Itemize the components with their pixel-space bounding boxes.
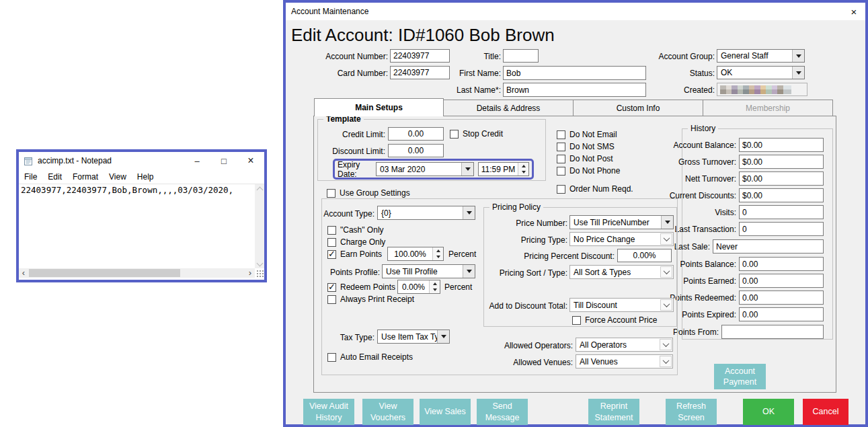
dropdown-arrow-icon[interactable]	[463, 206, 475, 219]
chevron-down-icon[interactable]	[660, 233, 672, 245]
scroll-left-icon[interactable]: ‹	[19, 268, 28, 278]
close-icon[interactable]: ×	[237, 152, 264, 169]
discount-limit-field[interactable]: 0.00	[388, 144, 444, 157]
do-not-email-checkbox[interactable]	[557, 130, 565, 139]
last-transaction-field[interactable]: 0	[739, 222, 824, 236]
notepad-content[interactable]: 22403977,22403977,Bob,Brown,,,,03/03/202…	[21, 185, 253, 195]
history-label: Gross Turnover:	[678, 157, 736, 167]
stop-credit-checkbox[interactable]	[450, 130, 459, 139]
charge-only-checkbox[interactable]	[327, 238, 336, 247]
cash-only-checkbox[interactable]	[327, 226, 336, 235]
points-expired-field[interactable]: 0.00	[739, 307, 824, 321]
time-spin-buttons[interactable]	[518, 163, 528, 176]
earn-points-row: Earn Points	[327, 249, 382, 260]
send-message-button[interactable]: Send Message	[477, 399, 528, 425]
reprint-statement-button[interactable]: Reprint Statement	[588, 399, 639, 425]
dropdown-arrow-icon[interactable]	[792, 50, 804, 62]
dropdown-arrow-icon[interactable]	[437, 330, 449, 343]
view-audit-history-button[interactable]: View Audit History	[303, 399, 354, 425]
redeem-points-spinner[interactable]: 0.00%	[397, 280, 440, 294]
status-dropdown[interactable]: OK	[717, 66, 805, 79]
last-sale-field[interactable]: Never	[713, 239, 824, 254]
scroll-down-icon[interactable]	[255, 259, 264, 268]
minimize-icon[interactable]: –	[184, 152, 210, 169]
spin-buttons[interactable]	[429, 280, 440, 293]
spin-buttons[interactable]	[432, 247, 443, 260]
allowed-venues-dropdown[interactable]: All Venues	[576, 354, 673, 368]
scroll-right-icon[interactable]: ›	[245, 268, 255, 278]
gross-turnover-field[interactable]: $0.00	[739, 155, 824, 169]
nett-turnover-field[interactable]: $0.00	[739, 171, 824, 186]
notepad-text-area[interactable]: 22403977,22403977,Bob,Brown,,,,03/03/202…	[19, 184, 264, 278]
expiry-time-spinner[interactable]: 11:59 PM	[478, 162, 529, 176]
maximize-icon[interactable]: □	[210, 152, 237, 169]
refresh-screen-button[interactable]: Refresh Screen	[666, 399, 717, 425]
earn-points-spinner[interactable]: 100.00%	[387, 247, 444, 261]
tab-main-setups[interactable]: Main Setups	[314, 98, 444, 116]
menu-file[interactable]: File	[19, 172, 42, 182]
resize-grip[interactable]	[255, 269, 264, 277]
view-sales-button[interactable]: View Sales	[420, 399, 471, 425]
do-not-sms-checkbox[interactable]	[557, 143, 565, 151]
auto-email-checkbox[interactable]	[327, 353, 336, 362]
horizontal-scrollbar[interactable]: ‹ ›	[19, 268, 255, 278]
chevron-down-icon[interactable]	[660, 299, 672, 311]
tab-details-address[interactable]: Details & Address	[444, 100, 574, 116]
cancel-button[interactable]: Cancel	[803, 399, 849, 425]
always-print-checkbox[interactable]	[327, 295, 336, 304]
close-icon[interactable]: ×	[842, 3, 865, 20]
do-not-phone-checkbox[interactable]	[557, 167, 565, 176]
credit-limit-field[interactable]: 0.00	[388, 127, 444, 141]
last-name-field[interactable]: Brown	[503, 83, 646, 97]
dropdown-arrow-icon[interactable]	[661, 216, 673, 229]
allowed-operators-dropdown[interactable]: All Operators	[576, 338, 673, 352]
current-discounts-field[interactable]: $0.00	[739, 188, 824, 202]
use-group-settings-checkbox[interactable]	[327, 189, 336, 198]
account-type-dropdown[interactable]: {0}	[377, 206, 475, 220]
dropdown-arrow-icon[interactable]	[461, 163, 473, 176]
points-from-field[interactable]	[721, 325, 824, 339]
chevron-down-icon[interactable]	[660, 266, 672, 278]
order-num-checkbox[interactable]	[557, 185, 565, 194]
earn-points-checkbox[interactable]	[327, 250, 336, 259]
dialog-titlebar[interactable]: Account Maintenance ×	[286, 3, 865, 20]
account-type-label: Account Type:	[322, 208, 374, 219]
menu-format[interactable]: Format	[67, 172, 104, 182]
pricing-percent-field[interactable]: 0.00%	[617, 249, 672, 262]
ok-button[interactable]: OK	[743, 399, 794, 425]
notepad-titlebar[interactable]: accimp.txt - Notepad – □ ×	[19, 152, 264, 169]
redeem-points-checkbox[interactable]	[327, 283, 336, 292]
title-field[interactable]	[503, 49, 539, 63]
points-redeemed-field[interactable]: 0.00	[739, 290, 824, 305]
points-profile-dropdown[interactable]: Use Till Profile	[382, 264, 475, 278]
first-name-field[interactable]: Bob	[503, 66, 646, 80]
pricing-type-dropdown[interactable]: No Price Change	[569, 232, 674, 246]
tab-custom-info[interactable]: Custom Info	[574, 100, 703, 116]
scrollbar-thumb[interactable]	[29, 269, 180, 277]
visits-field[interactable]: 0	[739, 205, 824, 219]
pricing-sort-dropdown[interactable]: All Sort & Types	[569, 265, 674, 279]
do-not-post-checkbox[interactable]	[557, 155, 565, 163]
vertical-scrollbar[interactable]	[255, 184, 264, 268]
points-earned-field[interactable]: 0.00	[739, 274, 824, 288]
menu-edit[interactable]: Edit	[42, 172, 67, 182]
account-setup-group: Account Type: {0} "Cash" Only Charge Onl…	[321, 198, 678, 375]
menu-view[interactable]: View	[104, 172, 132, 182]
menu-help[interactable]: Help	[132, 172, 159, 182]
view-vouchers-button[interactable]: View Vouchers	[362, 399, 413, 425]
chevron-down-icon[interactable]	[660, 339, 672, 350]
chevron-down-icon[interactable]	[660, 356, 672, 367]
points-balance-field[interactable]: 0.00	[739, 257, 824, 271]
tab-membership[interactable]: Membership	[703, 100, 833, 116]
scroll-up-icon[interactable]	[255, 188, 264, 197]
account-balance-field[interactable]: $0.00	[739, 138, 824, 152]
dropdown-arrow-icon[interactable]	[792, 67, 804, 79]
force-account-price-checkbox[interactable]	[572, 316, 581, 325]
account-payment-button[interactable]: Account Payment	[714, 364, 766, 389]
expiry-date-dropdown[interactable]: 03 Mar 2020	[376, 162, 474, 176]
dropdown-arrow-icon[interactable]	[463, 265, 475, 278]
tax-type-dropdown[interactable]: Use Item Tax Type	[377, 329, 450, 344]
price-number-dropdown[interactable]: Use Till PriceNumber	[569, 215, 674, 229]
account-group-dropdown[interactable]: General Staff	[717, 49, 805, 63]
add-to-discount-dropdown[interactable]: Till Discount	[569, 298, 674, 312]
